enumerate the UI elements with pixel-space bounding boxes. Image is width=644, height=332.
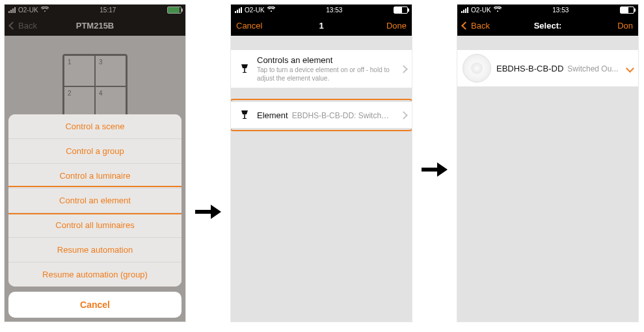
device-subtitle: Switched Ou... xyxy=(567,64,619,73)
cell-signal-icon xyxy=(235,7,242,13)
battery-icon xyxy=(394,6,408,14)
status-bar: O2-UK 13:53 xyxy=(457,5,638,15)
sheet-cancel-button[interactable]: Cancel xyxy=(8,292,181,318)
battery-icon xyxy=(620,6,634,14)
chevron-left-icon xyxy=(461,21,470,30)
wifi-icon xyxy=(267,6,275,14)
page-title: 1 xyxy=(275,21,368,31)
screen-element-config: O2-UK 13:53 Cancel 1 Done xyxy=(230,4,412,322)
flow-arrow-icon xyxy=(195,203,221,220)
sheet-option-resume[interactable]: Resume automation xyxy=(8,237,181,262)
carrier-label: O2-UK xyxy=(245,6,265,14)
device-row[interactable]: EBDHS-B-CB-DD Switched Ou... xyxy=(457,50,638,86)
nav-bar: Back Select: Don xyxy=(457,15,638,36)
sheet-option-all[interactable]: Control all luminaires xyxy=(8,212,181,237)
page-title: Select: xyxy=(502,21,594,31)
info-subtitle: Tap to turn a device element on or off -… xyxy=(257,66,393,83)
element-row[interactable]: Element EBDHS-B-CB-DD: Switched O... xyxy=(231,102,412,128)
lamp-icon xyxy=(237,110,252,120)
sheet-option-element[interactable]: Control an element xyxy=(8,188,181,212)
chevron-right-icon xyxy=(399,65,408,73)
clock: 13:53 xyxy=(326,6,342,14)
info-title: Controls an element xyxy=(257,55,393,65)
cancel-button[interactable]: Cancel xyxy=(236,21,275,31)
content-area: Controls an element Tap to turn a device… xyxy=(231,36,412,322)
done-button-truncated[interactable]: Don xyxy=(594,21,633,31)
element-label: Element xyxy=(257,110,288,120)
clock: 13:53 xyxy=(552,6,569,14)
chevron-right-icon xyxy=(399,111,408,120)
nav-bar: Cancel 1 Done xyxy=(231,15,412,36)
lamp-icon xyxy=(237,64,252,74)
device-name: EBDHS-B-CB-DD xyxy=(496,64,563,73)
flow-arrow-icon xyxy=(422,161,448,178)
info-row[interactable]: Controls an element Tap to turn a device… xyxy=(231,50,412,88)
sheet-option-group[interactable]: Control a group xyxy=(8,138,181,163)
element-value: EBDHS-B-CB-DD: Switched O... xyxy=(292,111,393,120)
back-button[interactable]: Back xyxy=(463,21,502,31)
wifi-icon xyxy=(494,6,502,14)
sheet-option-scene[interactable]: Control a scene xyxy=(8,114,181,138)
action-sheet: Control a scene Control a group Control … xyxy=(8,114,181,318)
content-area: EBDHS-B-CB-DD Switched Ou... xyxy=(457,36,638,322)
carrier-label: O2-UK xyxy=(471,6,491,14)
chevron-right-icon xyxy=(626,64,634,73)
status-bar: O2-UK 13:53 xyxy=(231,5,412,15)
sheet-option-resume-group[interactable]: Resume automation (group) xyxy=(8,262,181,287)
cell-signal-icon xyxy=(461,7,468,13)
screen-action-sheet: O2-UK 15:17 Back PTM215B 1 xyxy=(4,4,186,322)
screen-select-element: O2-UK 13:53 Back Select: Don xyxy=(457,4,639,322)
sheet-option-luminaire[interactable]: Control a luminaire xyxy=(8,163,181,188)
done-button[interactable]: Done xyxy=(368,21,407,31)
motion-sensor-icon xyxy=(463,54,491,83)
